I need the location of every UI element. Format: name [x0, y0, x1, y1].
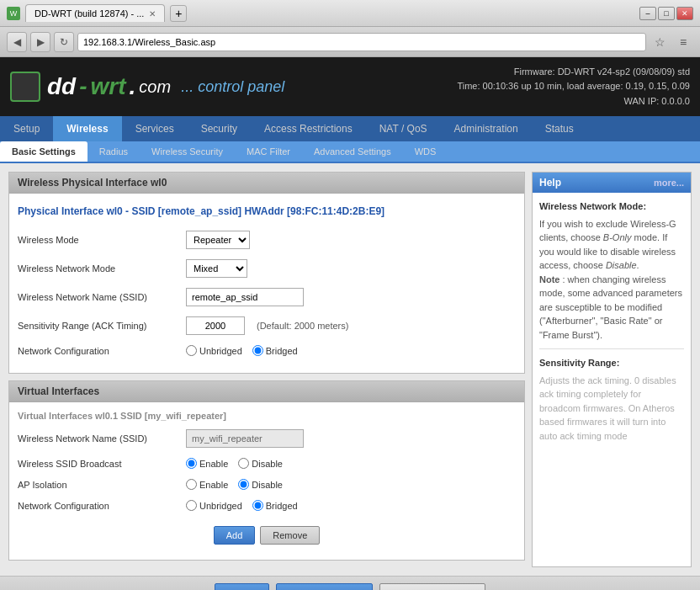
- brand-info: Firmware: DD-WRT v24-sp2 (09/08/09) std …: [457, 65, 690, 109]
- subnav-wireless-security[interactable]: Wireless Security: [140, 141, 235, 162]
- firmware-info: Firmware: DD-WRT v24-sp2 (09/08/09) std: [457, 65, 690, 80]
- nav-item-services[interactable]: Services: [122, 116, 188, 141]
- subnav-mac-filter[interactable]: MAC Filter: [235, 141, 302, 162]
- help-header: Help more...: [533, 173, 691, 193]
- brand-logo: dd - wrt . com ... control panel: [10, 72, 284, 102]
- virtual-unbridged-radio[interactable]: [186, 500, 197, 511]
- wireless-mode-label: Wireless Mode: [18, 235, 186, 245]
- wireless-network-mode-select[interactable]: Mixed B-Only G-Only N-Only Disabled: [186, 259, 247, 278]
- wireless-mode-select[interactable]: AP Client Repeater Ad-Hoc Disabled: [186, 231, 250, 249]
- add-button[interactable]: Add: [214, 526, 256, 545]
- time-info: Time: 00:10:36 up 10 min, load average: …: [457, 79, 690, 94]
- new-tab-button[interactable]: +: [170, 5, 187, 22]
- virtual-ssid-input[interactable]: [186, 429, 304, 448]
- virtual-ssid-control: [186, 429, 304, 448]
- wireless-network-name-control: [186, 288, 304, 306]
- ssid-broadcast-control: Enable Disable: [186, 458, 283, 469]
- logo-wrt: wrt: [91, 73, 126, 100]
- unbridged-radio[interactable]: [186, 345, 197, 356]
- nav-item-access-restrictions[interactable]: Access Restrictions: [251, 116, 366, 141]
- subnav-radius[interactable]: Radius: [88, 141, 140, 162]
- logo-dd: dd: [47, 73, 76, 100]
- bridged-option[interactable]: Bridged: [252, 345, 298, 356]
- refresh-button[interactable]: ↻: [54, 32, 74, 52]
- nav-item-setup[interactable]: Setup: [0, 116, 53, 141]
- ap-isolation-disable-radio[interactable]: [238, 479, 249, 490]
- unbridged-option[interactable]: Unbridged: [186, 345, 242, 356]
- sensitivity-range-control: (Default: 2000 meters): [186, 316, 348, 335]
- bridged-radio[interactable]: [252, 345, 263, 356]
- browser-window: W DD-WRT (build 12874) - ... ✕ + – □ ✕ ◀…: [0, 0, 700, 590]
- help-sensitivity-title: Sensitivity Range:: [539, 356, 684, 370]
- sensitivity-range-row: Sensitivity Range (ACK Timing) (Default:…: [18, 315, 516, 337]
- network-config-label: Network Configuration: [18, 346, 186, 356]
- help-more-link[interactable]: more...: [654, 178, 684, 188]
- address-bar[interactable]: [77, 33, 646, 51]
- virtual-interface-title: Virtual Interfaces wl0.1 SSID [my_wifi_r…: [18, 411, 516, 421]
- wireless-mode-row: Wireless Mode AP Client Repeater Ad-Hoc …: [18, 229, 516, 251]
- wireless-network-mode-row: Wireless Network Mode Mixed B-Only G-Onl…: [18, 258, 516, 279]
- tab-close-icon[interactable]: ✕: [149, 9, 156, 19]
- nav-item-nat-qos[interactable]: NAT / QoS: [366, 116, 441, 141]
- logo-dot: .: [130, 73, 136, 100]
- logo-com: com: [139, 77, 171, 97]
- forward-button[interactable]: ▶: [30, 32, 50, 52]
- page-content: dd - wrt . com ... control panel Firmwar…: [0, 57, 700, 590]
- minimize-button[interactable]: –: [639, 7, 656, 20]
- virtual-interfaces-section: Virtual Interfaces Virtual Interfaces wl…: [8, 380, 525, 561]
- subnav-advanced-settings[interactable]: Advanced Settings: [302, 141, 403, 162]
- ssid-broadcast-enable[interactable]: Enable: [186, 458, 228, 469]
- ap-isolation-enable[interactable]: Enable: [186, 479, 228, 490]
- help-panel: Help more... Wireless Network Mode: If y…: [532, 172, 692, 567]
- virtual-network-config-label: Network Configuration: [18, 501, 186, 511]
- ap-isolation-enable-radio[interactable]: [186, 479, 197, 490]
- wireless-network-mode-control: Mixed B-Only G-Only N-Only Disabled: [186, 259, 247, 278]
- logo-icon: [10, 72, 40, 102]
- virtual-bridged-radio[interactable]: [252, 500, 263, 511]
- virtual-section-body: Virtual Interfaces wl0.1 SSID [my_wifi_r…: [9, 402, 524, 560]
- browser-controls: ◀ ▶ ↻ ☆ ≡: [0, 27, 700, 57]
- browser-tab[interactable]: DD-WRT (build 12874) - ... ✕: [25, 4, 165, 22]
- menu-icon[interactable]: ≡: [673, 32, 693, 52]
- physical-section-body: Physical Interface wl0 - SSID [remote_ap…: [9, 194, 524, 373]
- wireless-network-name-label: Wireless Network Name (SSID): [18, 292, 186, 302]
- physical-section-header: Wireless Physical Interface wl0: [9, 173, 524, 194]
- bookmark-icon[interactable]: ☆: [650, 32, 670, 52]
- cancel-changes-button[interactable]: Cancel Changes: [379, 583, 486, 590]
- logo-cp: ... control panel: [181, 78, 284, 96]
- close-button[interactable]: ✕: [676, 7, 693, 20]
- maximize-button[interactable]: □: [658, 7, 675, 20]
- network-config-row: Network Configuration Unbridged Bridged: [18, 343, 516, 358]
- subnav-basic-settings[interactable]: Basic Settings: [0, 141, 88, 162]
- apply-settings-button[interactable]: Apply Settings: [276, 583, 373, 590]
- sensitivity-default-text: (Default: 2000 meters): [257, 321, 348, 331]
- ssid-broadcast-label: Wireless SSID Broadcast: [18, 459, 186, 469]
- save-button[interactable]: Save: [215, 583, 269, 590]
- ap-isolation-control: Enable Disable: [186, 479, 283, 490]
- nav-item-wireless[interactable]: Wireless: [53, 116, 121, 141]
- nav-item-status[interactable]: Status: [532, 116, 587, 141]
- virtual-bridged-option[interactable]: Bridged: [252, 500, 298, 511]
- virtual-unbridged-option[interactable]: Unbridged: [186, 500, 242, 511]
- ap-isolation-row: AP Isolation Enable Disable: [18, 477, 516, 492]
- wireless-mode-control: AP Client Repeater Ad-Hoc Disabled: [186, 231, 250, 249]
- sensitivity-input[interactable]: [186, 316, 245, 335]
- remove-button[interactable]: Remove: [260, 526, 320, 545]
- ssid-broadcast-disable[interactable]: Disable: [238, 458, 283, 469]
- subnav-wds[interactable]: WDS: [403, 141, 448, 162]
- ssid-broadcast-disable-radio[interactable]: [238, 458, 249, 469]
- brand-bar: dd - wrt . com ... control panel Firmwar…: [0, 57, 700, 116]
- main-layout: Wireless Physical Interface wl0 Physical…: [0, 163, 700, 576]
- content-area: Wireless Physical Interface wl0 Physical…: [8, 172, 525, 567]
- ssid-input[interactable]: [186, 288, 304, 306]
- nav-item-administration[interactable]: Administration: [441, 116, 532, 141]
- tab-title: DD-WRT (build 12874) - ...: [34, 8, 144, 19]
- ap-isolation-disable[interactable]: Disable: [238, 479, 283, 490]
- virtual-ssid-label: Wireless Network Name (SSID): [18, 433, 186, 444]
- ssid-broadcast-enable-radio[interactable]: [186, 458, 197, 469]
- wan-ip: WAN IP: 0.0.0.0: [457, 94, 690, 109]
- nav-item-security[interactable]: Security: [188, 116, 251, 141]
- back-button[interactable]: ◀: [7, 32, 27, 52]
- help-sensitivity-text: Adjusts the ack timing. 0 disables ack t…: [539, 374, 684, 444]
- wireless-network-name-row: Wireless Network Name (SSID): [18, 286, 516, 308]
